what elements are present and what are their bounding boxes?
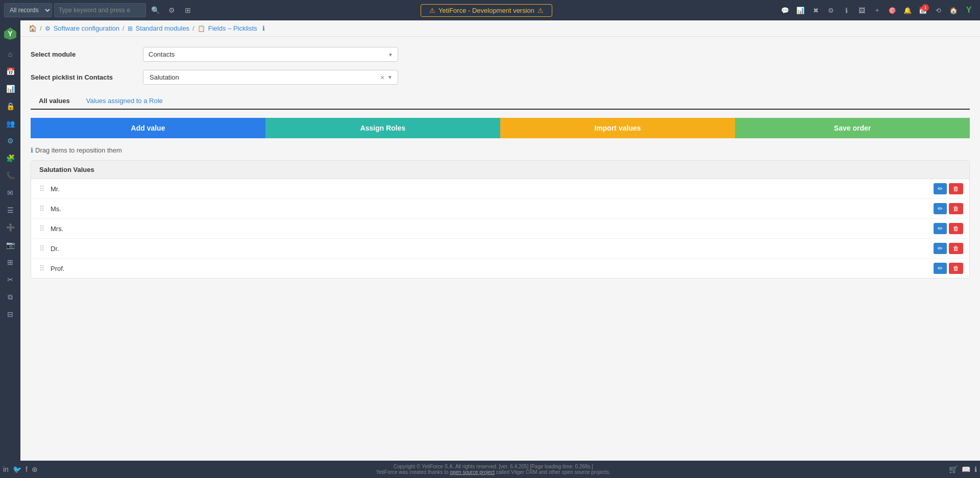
- top-bar-center: ⚠ YetiForce - Development version ⚠: [198, 4, 775, 17]
- select-picklist-control[interactable]: Salutation: [148, 70, 378, 84]
- settings-icon[interactable]: ⚙: [164, 3, 179, 17]
- history-icon[interactable]: ⟲: [931, 3, 945, 17]
- picklist-dropdown-arrow: ▼: [386, 74, 394, 80]
- row-actions: ✏ 🗑: [934, 203, 963, 214]
- save-order-button[interactable]: Save order: [735, 118, 970, 138]
- edit-button[interactable]: ✏: [934, 203, 947, 214]
- edit-button[interactable]: ✏: [934, 223, 947, 234]
- edit-button[interactable]: ✏: [934, 263, 947, 274]
- sidebar-item-chart[interactable]: 📊: [1, 81, 19, 97]
- import-values-button[interactable]: Import values: [500, 118, 735, 138]
- delete-button[interactable]: 🗑: [949, 183, 963, 194]
- chat-icon[interactable]: 💬: [778, 3, 792, 17]
- sidebar-item-calendar[interactable]: 📅: [1, 63, 19, 80]
- add-value-button[interactable]: Add value: [31, 118, 265, 138]
- clear-picklist-button[interactable]: ×: [378, 73, 386, 82]
- cart-icon[interactable]: 🛒: [949, 465, 958, 473]
- github-icon[interactable]: ⊛: [32, 465, 38, 473]
- close-circle-icon[interactable]: ✖: [808, 3, 823, 17]
- action-buttons: Add value Assign Roles Import values Sav…: [31, 118, 970, 138]
- records-select[interactable]: All records My records: [4, 3, 52, 17]
- flag-icon[interactable]: 🎯: [885, 3, 899, 17]
- footer-copyright: Copyright © YetiForce S.A. All rights re…: [38, 464, 949, 469]
- bell-icon[interactable]: 🔔: [900, 3, 915, 17]
- twitter-icon[interactable]: 🐦: [13, 465, 21, 473]
- sidebar-item-plus[interactable]: ➕: [1, 219, 19, 236]
- delete-button[interactable]: 🗑: [949, 243, 963, 254]
- content-area: 🏠 / ⚙ Software configuration / ⊞ Standar…: [20, 20, 980, 461]
- delete-button[interactable]: 🗑: [949, 263, 963, 274]
- sidebar-item-table[interactable]: ⊞: [1, 254, 19, 270]
- table-row: ⠿ Mrs. ✏ 🗑: [31, 219, 969, 239]
- grid-view-icon[interactable]: ⊞: [181, 3, 195, 17]
- info-circle-icon[interactable]: ℹ: [839, 3, 853, 17]
- cog-icon[interactable]: ⚙: [824, 3, 838, 17]
- select-picklist-group: Select picklist in Contacts Salutation ×…: [31, 70, 970, 85]
- select-picklist-wrapper: Salutation × ▼: [143, 70, 398, 85]
- drag-info: ℹ Drag items to reposition them: [31, 146, 970, 154]
- row-actions: ✏ 🗑: [934, 263, 963, 274]
- drag-handle[interactable]: ⠿: [37, 224, 46, 233]
- image-icon[interactable]: 🖼: [854, 3, 869, 17]
- sidebar-item-lock[interactable]: 🔒: [1, 98, 19, 114]
- row-actions: ✏ 🗑: [934, 243, 963, 254]
- drag-handle[interactable]: ⠿: [37, 205, 46, 213]
- sidebar-item-layers[interactable]: ⧉: [1, 289, 19, 305]
- sidebar-logo[interactable]: Y: [1, 24, 19, 43]
- yeti-icon[interactable]: Y: [962, 3, 976, 17]
- delete-button[interactable]: 🗑: [949, 223, 963, 234]
- select-module-control[interactable]: Contacts: [143, 47, 398, 62]
- breadcrumb-modules-icon: ⊞: [128, 25, 133, 32]
- home-icon[interactable]: 🏠: [946, 3, 961, 17]
- bar-chart-icon[interactable]: 📊: [793, 3, 807, 17]
- sidebar-item-list[interactable]: ☰: [1, 202, 19, 218]
- sidebar-item-gear[interactable]: ⚙: [1, 133, 19, 149]
- sidebar-item-puzzle[interactable]: 🧩: [1, 150, 19, 166]
- breadcrumb-info-icon[interactable]: ℹ: [262, 24, 265, 32]
- search-input[interactable]: [54, 3, 146, 17]
- value-text: Mr.: [51, 185, 929, 193]
- footer-text: Copyright © YetiForce S.A. All rights re…: [38, 464, 949, 475]
- values-section: Salutation Values ⠿ Mr. ✏ 🗑 ⠿ Ms. ✏ 🗑 ⠿ …: [31, 160, 970, 279]
- sidebar: Y ⌂ 📅 📊 🔒 👥 ⚙ 🧩 📞 ✉ ☰ ➕ 📷 ⊞ ✂ ⧉ ⊟: [0, 20, 20, 461]
- book-icon[interactable]: 📖: [962, 465, 970, 473]
- row-actions: ✏ 🗑: [934, 223, 963, 234]
- top-bar-left: All records My records 🔍 ⚙ ⊞: [4, 3, 195, 17]
- sidebar-item-scissors[interactable]: ✂: [1, 271, 19, 288]
- values-header: Salutation Values: [31, 161, 969, 179]
- top-bar-right: 💬 📊 ✖ ⚙ ℹ 🖼 ＋ 🎯 🔔 📅 1 ⟲ 🏠 Y: [778, 3, 976, 17]
- facebook-icon[interactable]: f: [26, 465, 28, 473]
- edit-button[interactable]: ✏: [934, 243, 947, 254]
- sidebar-item-users[interactable]: 👥: [1, 115, 19, 132]
- vtiger-link[interactable]: open source project: [450, 469, 495, 475]
- delete-button[interactable]: 🗑: [949, 203, 963, 214]
- sidebar-item-camera[interactable]: 📷: [1, 237, 19, 253]
- select-module-label: Select module: [31, 51, 133, 58]
- drag-handle[interactable]: ⠿: [37, 264, 46, 272]
- sidebar-item-home[interactable]: ⌂: [1, 46, 19, 62]
- search-icon[interactable]: 🔍: [148, 3, 162, 17]
- plus-icon[interactable]: ＋: [870, 3, 884, 17]
- select-picklist-label: Select picklist in Contacts: [31, 73, 133, 81]
- sidebar-item-grid[interactable]: ⊟: [1, 306, 19, 322]
- tab-values-assigned[interactable]: Values assigned to a Role: [78, 93, 171, 109]
- tab-all-values[interactable]: All values: [31, 93, 78, 110]
- select-module-wrapper: Contacts: [143, 47, 398, 62]
- info-footer-icon[interactable]: ℹ: [974, 465, 977, 473]
- table-row: ⠿ Dr. ✏ 🗑: [31, 239, 969, 259]
- breadcrumb-home-link[interactable]: 🏠: [29, 24, 37, 32]
- values-list: ⠿ Mr. ✏ 🗑 ⠿ Ms. ✏ 🗑 ⠿ Mrs. ✏ 🗑 ⠿ Dr.: [31, 179, 969, 278]
- breadcrumb-standard-modules-link[interactable]: Standard modules: [136, 24, 190, 32]
- table-row: ⠿ Ms. ✏ 🗑: [31, 199, 969, 219]
- page-content: Select module Contacts Select picklist i…: [20, 37, 980, 461]
- sidebar-item-mail[interactable]: ✉: [1, 185, 19, 201]
- linkedin-icon[interactable]: in: [3, 465, 9, 473]
- assign-roles-button[interactable]: Assign Roles: [265, 118, 500, 138]
- breadcrumb-fields-picklists-link[interactable]: Fields – Picklists: [208, 24, 257, 32]
- sidebar-item-phone[interactable]: 📞: [1, 167, 19, 184]
- drag-handle[interactable]: ⠿: [37, 244, 46, 253]
- breadcrumb-software-config-link[interactable]: Software configuration: [54, 24, 119, 32]
- calendar-icon[interactable]: 📅 1: [916, 3, 930, 17]
- drag-handle[interactable]: ⠿: [37, 185, 46, 193]
- edit-button[interactable]: ✏: [934, 183, 947, 194]
